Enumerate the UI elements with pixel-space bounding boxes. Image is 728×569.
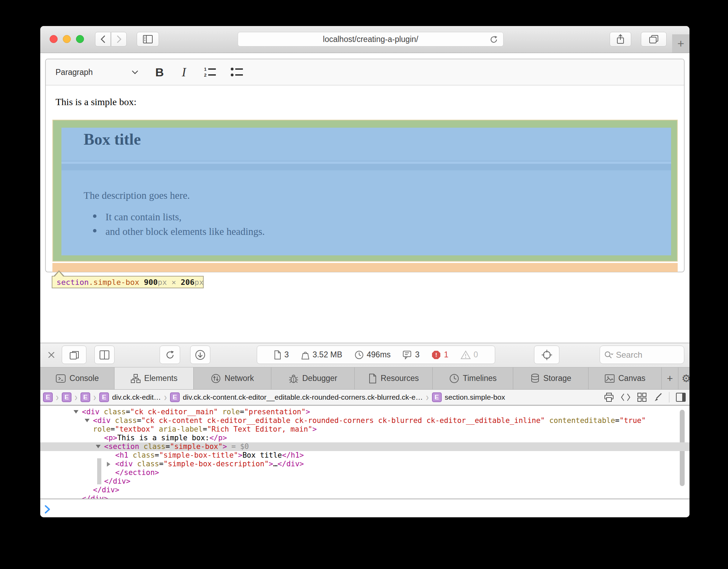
stat-bubble[interactable]: 3	[403, 350, 420, 360]
tab-overview-button[interactable]	[641, 32, 667, 46]
tab-network[interactable]: Network	[194, 367, 271, 389]
code-token: class	[144, 442, 166, 451]
box-list-item[interactable]: and other block elements like headings.	[93, 226, 265, 237]
tab-label: Canvas	[618, 374, 645, 383]
resource-stats-button[interactable]: 33.52 MB496ms3!10	[257, 346, 495, 364]
dom-tree-row[interactable]: </section>	[40, 468, 689, 477]
styles-brush-icon[interactable]	[653, 392, 663, 402]
margin-highlight	[52, 263, 678, 272]
svg-text:!: !	[435, 352, 438, 358]
code-token: class	[104, 408, 126, 416]
code-token: >	[238, 451, 243, 459]
code-token: class	[133, 451, 155, 459]
collapse-triangle-icon[interactable]	[96, 445, 101, 448]
plus-icon: +	[677, 37, 684, 50]
svg-text:1: 1	[204, 67, 206, 72]
simple-box-highlight[interactable]: Box title The description goes here. It …	[52, 120, 678, 262]
breadcrumb-chevron-icon: ›	[164, 392, 167, 402]
stat-error[interactable]: !1	[431, 350, 448, 360]
dock-side-button[interactable]	[94, 346, 115, 364]
bold-button[interactable]: B	[155, 66, 164, 79]
breadcrumb-item[interactable]: Esection.simple-box	[432, 392, 505, 402]
dom-tree-row[interactable]: <div class="ck ck-editor__main" role="pr…	[40, 408, 689, 416]
numbered-list-button[interactable]: 12	[203, 66, 218, 78]
tab-label: Console	[69, 374, 99, 383]
box-list-item[interactable]: It can contain lists,	[93, 211, 265, 223]
dom-tree-row[interactable]: </div>	[40, 494, 689, 499]
expand-triangle-icon[interactable]	[107, 462, 110, 467]
dom-tree-row[interactable]: </div>	[40, 477, 689, 486]
tab-console[interactable]: Console	[40, 367, 115, 389]
tab-add[interactable]: +	[662, 367, 678, 389]
code-token: "textbox"	[115, 425, 154, 433]
timelines-icon	[449, 373, 459, 384]
breadcrumb-item[interactable]: E	[81, 392, 90, 402]
editor-paragraph[interactable]: This is a simple box:	[56, 96, 136, 108]
box-title-text[interactable]: Box title	[84, 130, 141, 148]
dom-tree-row[interactable]: <p>This is a simple box:</p>	[40, 434, 689, 442]
breadcrumb-item[interactable]: E	[43, 392, 53, 402]
tab-resources[interactable]: Resources	[355, 367, 433, 389]
tab-elements[interactable]: Elements	[115, 367, 194, 389]
code-brackets-icon[interactable]	[620, 392, 631, 402]
dom-tree-row[interactable]: <section class="simple-box"> = $0	[40, 442, 689, 451]
code-token: </p>	[209, 434, 227, 442]
tooltip-unit: px	[158, 278, 167, 287]
close-inspector-icon[interactable]	[47, 351, 56, 359]
stat-warning[interactable]: 0	[460, 350, 478, 360]
tab-label: ⚙	[682, 372, 689, 384]
tab-timelines[interactable]: Timelines	[433, 367, 513, 389]
breadcrumb-item[interactable]: E	[62, 392, 71, 402]
collapse-triangle-icon[interactable]	[85, 419, 90, 422]
zoom-window-button[interactable]	[76, 35, 84, 43]
dom-tree-row[interactable]: role="textbox" aria-label="Rich Text Edi…	[40, 425, 689, 434]
italic-button[interactable]: I	[182, 65, 186, 79]
back-icon	[100, 35, 106, 44]
print-icon[interactable]	[604, 392, 614, 402]
new-tab-button[interactable]: +	[672, 34, 689, 53]
dom-tree-row[interactable]: <div class="simple-box-description">…</d…	[40, 460, 689, 468]
code-token: "presentation"	[244, 408, 306, 416]
grid-layout-icon[interactable]	[637, 392, 647, 402]
element-picker-button[interactable]	[534, 346, 559, 364]
tab-label: Timelines	[463, 374, 497, 383]
stat-document[interactable]: 3	[274, 350, 289, 360]
box-list-item-text: It can contain lists,	[105, 211, 181, 223]
dom-tree-row[interactable]: <div class="ck ck-content ck-editor__edi…	[40, 416, 689, 425]
back-button[interactable]	[95, 32, 111, 46]
close-window-button[interactable]	[50, 35, 58, 43]
dom-tree-row[interactable]: </div>	[40, 486, 689, 494]
divider	[669, 392, 669, 402]
inspector-search-field[interactable]: Search	[600, 346, 684, 364]
reload-icon[interactable]	[489, 35, 498, 44]
paragraph-dropdown[interactable]: Paragraph	[56, 68, 93, 77]
numbered-list-icon: 12	[203, 66, 218, 78]
box-description-text[interactable]: The description goes here.	[84, 190, 190, 201]
collapse-triangle-icon[interactable]	[74, 410, 78, 414]
breadcrumb-item[interactable]: Ediv.ck.ck-edit…	[99, 392, 161, 402]
tab-debugger[interactable]: Debugger	[271, 367, 355, 389]
breadcrumb-item[interactable]: Ediv.ck.ck-content.ck-editor__editable.c…	[170, 392, 423, 402]
stat-weight[interactable]: 3.52 MB	[301, 350, 342, 360]
forward-button[interactable]	[111, 32, 127, 46]
stat-clock[interactable]: 496ms	[354, 350, 391, 360]
bulleted-list-button[interactable]	[230, 66, 244, 78]
inspector-toolbar: 33.52 MB496ms3!10 Search	[40, 343, 689, 367]
chevron-down-icon[interactable]	[131, 69, 139, 75]
minimize-window-button[interactable]	[63, 35, 71, 43]
tab-storage[interactable]: Storage	[513, 367, 589, 389]
dom-tree-row[interactable]: <h1 class="simple-box-title">Box title</…	[40, 451, 689, 460]
console-prompt[interactable]	[40, 499, 689, 517]
address-bar[interactable]: localhost/creating-a-plugin/	[238, 32, 503, 46]
sidebar-toggle-button[interactable]	[137, 32, 159, 46]
code-token: <p>	[104, 434, 117, 442]
tab-canvas[interactable]: Canvas	[589, 367, 662, 389]
tooltip-unit: px	[194, 278, 204, 287]
download-page-button[interactable]	[190, 346, 210, 364]
detach-inspector-button[interactable]	[62, 346, 86, 364]
share-button[interactable]	[610, 32, 631, 46]
stat-value: 1	[444, 350, 448, 359]
reload-page-button[interactable]	[160, 346, 180, 364]
tab-settings[interactable]: ⚙	[678, 367, 689, 389]
details-sidebar-toggle-icon[interactable]	[676, 392, 686, 402]
